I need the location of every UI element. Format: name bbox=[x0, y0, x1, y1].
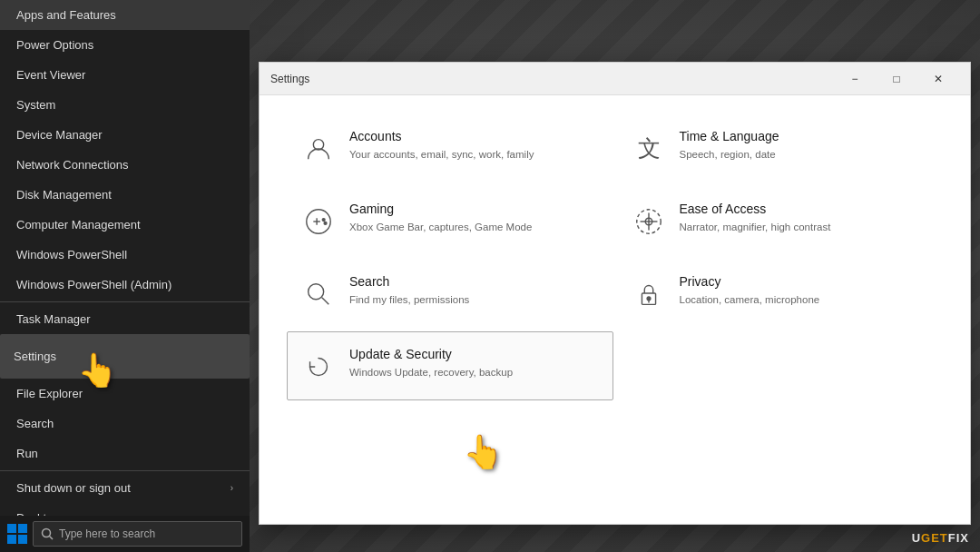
menu-item-label-windows-powershell-admin: Windows PowerShell (Admin) bbox=[16, 278, 172, 291]
context-menu: Apps and FeaturesPower OptionsEvent View… bbox=[0, 0, 250, 552]
settings-title-time-language: Time & Language bbox=[680, 129, 779, 143]
menu-item-label-apps-features: Apps and Features bbox=[16, 8, 116, 22]
menu-item-label-system: System bbox=[16, 98, 55, 112]
menu-item-label-device-manager: Device Manager bbox=[16, 128, 103, 142]
menu-item-file-explorer[interactable]: File Explorer bbox=[0, 379, 250, 409]
settings-icon-update-security bbox=[300, 349, 337, 385]
menu-item-label-shut-down: Shut down or sign out bbox=[16, 481, 131, 495]
menu-separator-1 bbox=[0, 301, 250, 302]
settings-text-gaming: Gaming Xbox Game Bar, captures, Game Mod… bbox=[349, 202, 532, 234]
svg-text:文: 文 bbox=[637, 136, 660, 161]
window-titlebar: Settings − □ ✕ bbox=[260, 63, 970, 95]
menu-item-windows-powershell[interactable]: Windows PowerShell bbox=[0, 240, 250, 270]
windows-icon[interactable] bbox=[7, 524, 27, 544]
settings-text-accounts: Accounts Your accounts, email, sync, wor… bbox=[349, 129, 534, 162]
taskbar: Type here to search bbox=[0, 516, 250, 552]
menu-item-label-windows-powershell: Windows PowerShell bbox=[16, 248, 127, 261]
menu-item-task-manager[interactable]: Task Manager bbox=[0, 304, 250, 334]
settings-item-time-language[interactable]: 文 Time & Language Speech, region, date bbox=[617, 113, 944, 182]
taskbar-search[interactable]: Type here to search bbox=[33, 521, 242, 547]
settings-desc-privacy: Location, camera, microphone bbox=[680, 292, 820, 307]
settings-item-ease-of-access[interactable]: Ease of Access Narrator, magnifier, high… bbox=[617, 186, 944, 255]
menu-item-event-viewer[interactable]: Event Viewer bbox=[0, 60, 250, 90]
settings-text-privacy: Privacy Location, camera, microphone bbox=[680, 274, 820, 307]
settings-item-update-security[interactable]: Update & Security Windows Update, recove… bbox=[287, 331, 613, 400]
settings-icon-ease-of-access bbox=[631, 203, 667, 240]
menu-item-power-options[interactable]: Power Options bbox=[0, 30, 250, 60]
menu-item-label-search: Search bbox=[16, 417, 54, 430]
menu-item-apps-features[interactable]: Apps and Features bbox=[0, 0, 250, 30]
menu-item-label-settings: Settings bbox=[14, 350, 56, 363]
minimize-button[interactable]: − bbox=[834, 63, 876, 95]
menu-item-arrow-shut-down: › bbox=[230, 483, 233, 493]
menu-item-computer-management[interactable]: Computer Management bbox=[0, 210, 250, 240]
menu-separator-2 bbox=[0, 470, 250, 471]
settings-item-search-settings[interactable]: Search Find my files, permissions bbox=[287, 259, 613, 328]
settings-text-update-security: Update & Security Windows Update, recove… bbox=[349, 347, 513, 380]
settings-title-privacy: Privacy bbox=[680, 274, 820, 289]
settings-desc-time-language: Speech, region, date bbox=[680, 147, 779, 162]
svg-point-0 bbox=[43, 529, 51, 537]
settings-grid: Accounts Your accounts, email, sync, wor… bbox=[287, 113, 943, 400]
svg-point-7 bbox=[322, 219, 325, 222]
menu-item-label-event-viewer: Event Viewer bbox=[16, 68, 85, 82]
menu-item-label-power-options: Power Options bbox=[16, 38, 93, 52]
svg-line-1 bbox=[50, 537, 54, 540]
svg-point-16 bbox=[647, 297, 651, 301]
watermark-u: U bbox=[912, 531, 921, 545]
settings-title-accounts: Accounts bbox=[349, 129, 534, 143]
menu-item-device-manager[interactable]: Device Manager bbox=[0, 120, 250, 150]
menu-item-settings[interactable]: Settings bbox=[0, 334, 250, 379]
settings-text-search-settings: Search Find my files, permissions bbox=[349, 274, 469, 307]
svg-point-2 bbox=[313, 140, 323, 150]
menu-item-network-connections[interactable]: Network Connections bbox=[0, 150, 250, 180]
watermark-fix: FIX bbox=[948, 531, 969, 545]
menu-item-label-file-explorer: File Explorer bbox=[16, 387, 83, 400]
settings-text-time-language: Time & Language Speech, region, date bbox=[680, 129, 779, 162]
menu-item-search[interactable]: Search bbox=[0, 409, 250, 439]
settings-icon-privacy bbox=[631, 276, 667, 312]
settings-desc-search-settings: Find my files, permissions bbox=[349, 292, 469, 307]
settings-window: Settings − □ ✕ Accounts Your accounts, e… bbox=[259, 62, 971, 525]
settings-item-accounts[interactable]: Accounts Your accounts, email, sync, wor… bbox=[287, 113, 613, 182]
maximize-button[interactable]: □ bbox=[876, 63, 917, 95]
close-button[interactable]: ✕ bbox=[917, 63, 959, 95]
settings-desc-ease-of-access: Narrator, magnifier, high contrast bbox=[680, 220, 831, 234]
settings-title-gaming: Gaming bbox=[349, 202, 532, 216]
watermark: UGETFIX bbox=[912, 531, 969, 545]
menu-item-shut-down[interactable]: Shut down or sign out› bbox=[0, 473, 250, 503]
menu-item-windows-powershell-admin[interactable]: Windows PowerShell (Admin) bbox=[0, 270, 250, 300]
menu-item-label-task-manager: Task Manager bbox=[16, 312, 91, 326]
svg-point-13 bbox=[309, 284, 324, 300]
window-title: Settings bbox=[270, 73, 834, 85]
settings-icon-gaming bbox=[300, 203, 337, 240]
menu-item-disk-management[interactable]: Disk Management bbox=[0, 180, 250, 210]
settings-content: Accounts Your accounts, email, sync, wor… bbox=[260, 95, 970, 524]
settings-item-gaming[interactable]: Gaming Xbox Game Bar, captures, Game Mod… bbox=[287, 186, 613, 255]
settings-text-ease-of-access: Ease of Access Narrator, magnifier, high… bbox=[680, 202, 831, 234]
menu-item-run[interactable]: Run bbox=[0, 439, 250, 468]
svg-point-8 bbox=[324, 222, 327, 224]
settings-desc-accounts: Your accounts, email, sync, work, family bbox=[349, 147, 534, 162]
menu-item-label-network-connections: Network Connections bbox=[16, 158, 129, 172]
settings-item-privacy[interactable]: Privacy Location, camera, microphone bbox=[617, 259, 944, 328]
settings-title-update-security: Update & Security bbox=[349, 347, 513, 361]
window-controls: − □ ✕ bbox=[834, 63, 959, 95]
svg-line-14 bbox=[322, 298, 329, 305]
settings-title-ease-of-access: Ease of Access bbox=[680, 202, 831, 216]
menu-item-label-run: Run bbox=[16, 447, 38, 460]
settings-desc-update-security: Windows Update, recovery, backup bbox=[349, 365, 513, 380]
settings-title-search-settings: Search bbox=[349, 274, 469, 289]
menu-item-label-computer-management: Computer Management bbox=[16, 218, 141, 232]
settings-icon-accounts bbox=[300, 131, 337, 167]
menu-item-label-disk-management: Disk Management bbox=[16, 188, 112, 202]
taskbar-search-text: Type here to search bbox=[59, 527, 155, 540]
settings-icon-search-settings bbox=[300, 276, 337, 312]
menu-item-system[interactable]: System bbox=[0, 90, 250, 120]
settings-desc-gaming: Xbox Game Bar, captures, Game Mode bbox=[349, 220, 532, 234]
watermark-get: GET bbox=[921, 531, 948, 545]
settings-icon-time-language: 文 bbox=[631, 131, 667, 167]
